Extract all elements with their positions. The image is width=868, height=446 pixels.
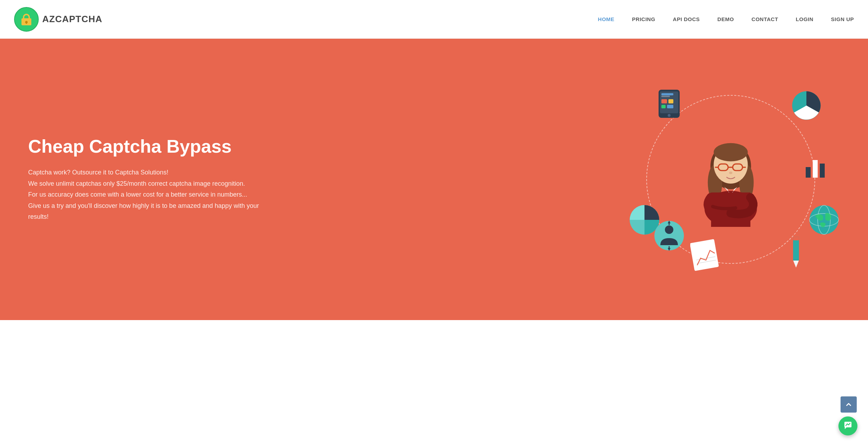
svg-point-32 bbox=[810, 205, 839, 235]
nav-pricing[interactable]: PRICING bbox=[632, 16, 655, 22]
navbar: AZCAPTCHA HOME PRICING API DOCS DEMO CON… bbox=[0, 0, 868, 39]
hero-description: Captcha work? Outsource it to Captcha So… bbox=[28, 167, 275, 223]
person-illustration bbox=[692, 132, 769, 227]
svg-marker-36 bbox=[793, 260, 799, 268]
svg-point-15 bbox=[729, 172, 732, 174]
svg-rect-37 bbox=[793, 237, 799, 240]
person-circle-icon bbox=[653, 220, 685, 251]
hero-title: Cheap Captcha Bypass bbox=[28, 136, 275, 157]
svg-rect-24 bbox=[667, 105, 673, 108]
svg-rect-22 bbox=[668, 99, 673, 103]
svg-rect-25 bbox=[661, 93, 673, 95]
paper-chart-icon bbox=[690, 239, 722, 271]
svg-rect-31 bbox=[820, 164, 825, 178]
logo-text: AZCAPTCHA bbox=[42, 14, 102, 25]
svg-rect-30 bbox=[813, 160, 818, 178]
nav-demo[interactable]: DEMO bbox=[717, 16, 734, 22]
logo-link[interactable]: AZCAPTCHA bbox=[14, 7, 102, 32]
svg-rect-39 bbox=[690, 239, 719, 271]
nav-api-docs[interactable]: API DOCS bbox=[673, 16, 700, 22]
bar-chart-icon bbox=[801, 151, 833, 183]
hero-content: Cheap Captcha Bypass Captcha work? Outso… bbox=[28, 136, 275, 222]
logo-icon bbox=[14, 7, 39, 32]
svg-point-27 bbox=[668, 114, 671, 117]
nav-home[interactable]: HOME bbox=[598, 16, 615, 22]
svg-rect-26 bbox=[661, 96, 670, 97]
svg-point-9 bbox=[714, 143, 748, 161]
nav-login[interactable]: LOGIN bbox=[796, 16, 813, 22]
pie-chart-icon bbox=[791, 90, 822, 121]
hero-section: Cheap Captcha Bypass Captcha work? Outso… bbox=[0, 39, 868, 320]
svg-rect-29 bbox=[806, 167, 811, 178]
svg-point-43 bbox=[654, 221, 684, 250]
svg-rect-4 bbox=[26, 22, 27, 24]
tablet-icon bbox=[655, 88, 687, 120]
svg-rect-21 bbox=[661, 99, 667, 103]
svg-point-44 bbox=[665, 225, 673, 234]
svg-rect-23 bbox=[661, 105, 666, 108]
globe-icon bbox=[808, 204, 840, 236]
hero-illustration bbox=[622, 70, 840, 288]
nav-signup[interactable]: SIGN UP bbox=[831, 16, 854, 22]
pencil-icon bbox=[780, 236, 812, 267]
nav-contact[interactable]: CONTACT bbox=[751, 16, 778, 22]
nav-links: HOME PRICING API DOCS DEMO CONTACT LOGIN… bbox=[598, 16, 854, 22]
